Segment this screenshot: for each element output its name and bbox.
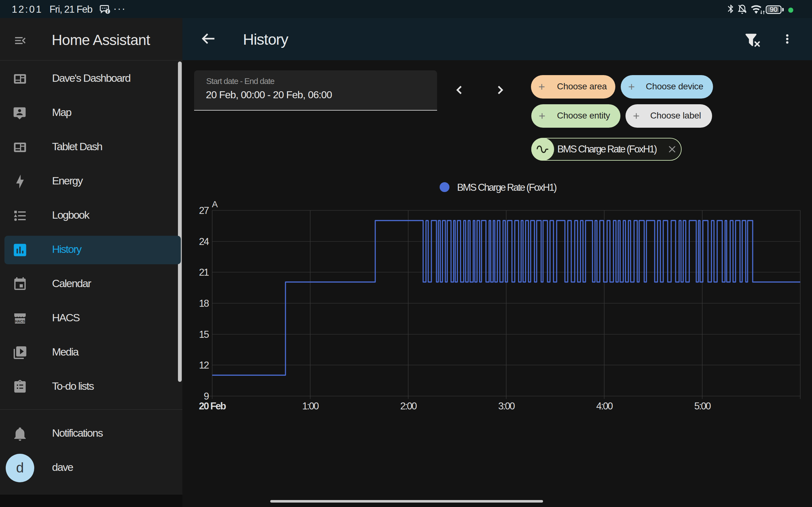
svg-text:f: f <box>107 9 108 14</box>
svg-text:2:00: 2:00 <box>400 400 417 412</box>
svg-text:1:00: 1:00 <box>302 400 319 412</box>
svg-text:21: 21 <box>199 267 209 278</box>
svg-text:24: 24 <box>199 236 209 247</box>
svg-text:3:00: 3:00 <box>498 400 515 412</box>
svg-text:27: 27 <box>199 205 209 216</box>
svg-text:9: 9 <box>204 391 209 402</box>
svg-text:18: 18 <box>199 298 209 309</box>
svg-text:A: A <box>212 199 218 209</box>
svg-text:15: 15 <box>199 329 209 340</box>
svg-text:HACS: HACS <box>15 320 25 323</box>
svg-text:5:00: 5:00 <box>694 400 711 412</box>
svg-text:12: 12 <box>199 360 209 371</box>
svg-text:20 Feb: 20 Feb <box>199 400 226 412</box>
svg-text:4:00: 4:00 <box>596 400 613 412</box>
